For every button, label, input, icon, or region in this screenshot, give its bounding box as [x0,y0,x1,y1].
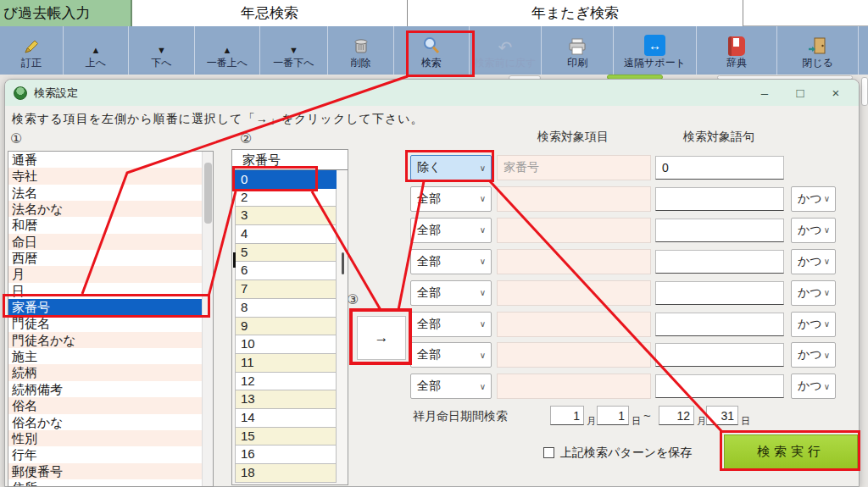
field-list-item[interactable]: 和暦 [8,217,202,233]
from-day-input[interactable]: 1 [597,406,629,425]
field-list-item[interactable]: 西暦 [8,250,202,266]
connector-dropdown[interactable]: かつ∨ [791,280,836,306]
value-list-row[interactable]: 13 [235,390,337,409]
chevron-down-icon: ∨ [480,351,486,360]
value-list-row[interactable]: 5 [235,244,337,263]
mode-dropdown[interactable]: 全部∨ [410,186,492,212]
search-term-input[interactable] [655,219,784,242]
value-list-row[interactable]: 8 [235,299,337,318]
field-list-item[interactable]: 日 [8,283,202,299]
background-field-sliver [861,77,868,106]
value-list-row[interactable]: 14 [235,409,337,428]
search-term-input[interactable] [655,343,784,367]
field-list-item[interactable]: 命日 [8,234,202,250]
value-list-row[interactable]: 3 [235,207,337,225]
mode-dropdown[interactable]: 全部∨ [410,342,492,368]
field-list-scrollbar[interactable] [202,152,213,486]
field-list-item[interactable]: 法名 [8,185,202,201]
connector-dropdown[interactable]: かつ∨ [791,186,836,212]
field-list-item[interactable]: 寺社 [8,168,202,184]
field-list-item[interactable]: 俗名かな [8,414,202,430]
toolbar-button-remote-support[interactable]: ↔遠隔サポート [614,26,697,75]
search-term-input[interactable] [655,374,784,398]
step-label-3: ③ [347,291,359,307]
connector-dropdown[interactable]: かつ∨ [791,342,836,368]
value-list-scrollbar-thumb[interactable] [342,252,344,274]
execute-search-button[interactable]: 検索実行 [724,434,858,469]
to-day-input[interactable]: 31 [706,406,738,425]
toolbar-button-down-triangle[interactable]: ▼下へ [129,26,195,75]
field-list-item[interactable]: 郵便番号 [8,463,202,479]
field-list-item[interactable]: 続柄備考 [8,381,202,397]
value-list-row[interactable]: 15 [235,428,337,446]
connector-dropdown[interactable]: かつ∨ [791,312,836,337]
field-list-item[interactable]: 行年 [8,446,202,462]
tab-2[interactable]: 年忌検索 [132,0,408,26]
toolbar-button-printer[interactable]: 印刷 [542,26,614,75]
value-list-row[interactable]: 0 [235,170,337,189]
toolbar-button-bottom-triangle[interactable]: ▼一番下へ [260,26,328,75]
maximize-button[interactable]: □ [782,80,818,106]
field-value-list[interactable]: 家番号 0234567891011121314151618 [231,149,348,485]
mode-dropdown[interactable]: 全部∨ [410,374,492,399]
mode-dropdown[interactable]: 全部∨ [410,280,492,306]
field-list-item[interactable]: 通番 [8,152,202,168]
toolbar-button-trash[interactable]: 削除 [328,26,394,75]
search-field-list[interactable]: 通番寺社法名法名かな和暦命日西暦月日家番号門徒名門徒名かな施主続柄続柄備考俗名俗… [8,151,214,487]
value-list-row[interactable]: 12 [235,373,337,391]
value-list-row[interactable]: 2 [235,189,337,208]
toolbar-button-undo[interactable]: ↶検索前に戻す [470,26,542,75]
field-list-item[interactable]: 性別 [8,430,202,446]
toolbar-button-door[interactable]: 閉じる [777,26,859,75]
value-list-row[interactable]: 9 [235,318,337,336]
dialog-app-icon [14,86,27,100]
from-month-input[interactable]: 1 [550,406,584,425]
connector-dropdown[interactable]: かつ∨ [791,249,836,274]
tab-1[interactable]: び過去帳入力 [0,0,132,26]
toolbar-button-up-triangle[interactable]: ▲上へ [64,26,129,75]
toolbar-button-dictionary[interactable]: 辞典 [697,26,777,75]
field-list-item[interactable]: 法名かな [8,201,202,217]
toolbar-button-search[interactable]: 検索 [394,26,470,75]
value-list-row[interactable]: 16 [235,445,337,464]
toolbar-button-pencil[interactable]: 訂正 [0,26,64,75]
mode-dropdown[interactable]: 除く∨ [410,155,492,180]
field-list-scrollbar-thumb[interactable] [204,163,212,224]
dialog-titlebar[interactable]: 検索設定 – □ × [5,80,859,106]
value-list-row[interactable]: 18 [235,464,337,483]
mode-dropdown[interactable]: 全部∨ [410,249,492,274]
search-term-input[interactable] [655,281,784,305]
save-pattern-checkbox[interactable] [543,447,554,458]
field-list-item[interactable]: 施主 [8,348,202,364]
top-triangle-icon: ▲ [223,34,232,56]
value-list-row[interactable]: 11 [235,354,337,373]
toolbar-button-label: 削除 [351,58,371,68]
connector-dropdown[interactable]: かつ∨ [791,218,836,243]
close-button[interactable]: × [818,80,854,106]
minimize-button[interactable]: – [747,80,782,106]
value-list-row[interactable]: 4 [235,225,337,244]
search-term-input[interactable] [655,313,784,336]
field-list-item[interactable]: 門徒名かな [8,332,202,348]
search-term-input[interactable] [655,250,784,274]
field-list-item[interactable]: 家番号 [8,299,202,315]
move-right-arrow-button[interactable]: → [357,316,406,360]
to-month-input[interactable]: 12 [659,406,694,425]
mode-dropdown[interactable]: 全部∨ [410,312,492,337]
value-list-row[interactable]: 7 [235,280,337,299]
bottom-triangle-icon: ▼ [289,34,298,56]
field-list-item[interactable]: 住所 [8,479,202,487]
field-list-item[interactable]: 月 [8,266,202,282]
search-term-input[interactable] [655,187,784,211]
mode-dropdown[interactable]: 全部∨ [410,218,492,243]
field-list-item[interactable]: 俗名 [8,397,202,413]
search-term-input[interactable]: 0 [655,156,784,180]
toolbar-button-top-triangle[interactable]: ▲一番上へ [195,26,260,75]
value-list-row[interactable]: 10 [235,335,337,354]
value-list-row[interactable]: 6 [235,262,337,280]
field-list-item[interactable]: 続柄 [8,364,202,380]
field-list-item[interactable]: 門徒名 [8,315,202,331]
connector-dropdown[interactable]: かつ∨ [791,374,836,399]
toolbar-button-label: 検索前に戻す [475,58,537,68]
tab-3[interactable]: 年またぎ検索 [408,0,743,26]
